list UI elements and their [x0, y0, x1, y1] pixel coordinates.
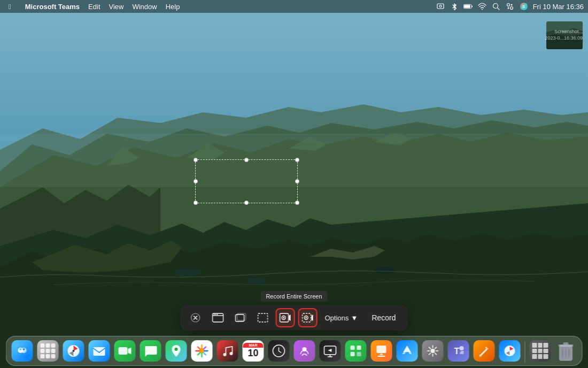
svg-point-13: [507, 7, 509, 9]
svg-point-51: [431, 349, 435, 353]
record-selection-icon: [302, 313, 314, 323]
dock-safari[interactable]: [62, 339, 86, 363]
screen-recording-icon[interactable]: [436, 2, 445, 11]
svg-point-29: [305, 317, 307, 319]
svg-rect-48: [351, 352, 355, 356]
dock-launchpad[interactable]: [36, 339, 60, 363]
record-entire-screen-button[interactable]: [276, 308, 295, 327]
svg-point-20: [217, 314, 218, 315]
handle-bottom-right[interactable]: [295, 201, 299, 205]
svg-point-34: [23, 348, 25, 350]
menu-bar:  Microsoft Teams Edit View Window Help: [0, 0, 588, 13]
dock-system-preferences[interactable]: [421, 339, 445, 363]
svg-text:T: T: [454, 347, 460, 356]
dock-keynote[interactable]: [370, 339, 393, 363]
handle-bottom-left[interactable]: [194, 201, 198, 205]
svg-point-6: [439, 5, 442, 7]
handle-middle-left[interactable]: [194, 179, 198, 183]
app-name[interactable]: Microsoft Teams: [21, 0, 84, 13]
options-button[interactable]: Options ▼: [321, 308, 362, 327]
wifi-icon[interactable]: [477, 2, 487, 11]
svg-rect-37: [94, 347, 105, 356]
handle-top-left[interactable]: [194, 158, 198, 162]
record-button[interactable]: Record: [365, 308, 402, 327]
record-label: Record: [372, 313, 396, 322]
selection-box[interactable]: [195, 159, 298, 203]
dock-mail[interactable]: [88, 339, 111, 363]
toolbar-container: Record Entire Screen: [181, 291, 408, 331]
svg-point-41: [223, 353, 227, 356]
apple-menu[interactable]: : [4, 0, 16, 13]
svg-rect-58: [563, 342, 569, 345]
svg-rect-5: [437, 4, 444, 9]
menu-edit[interactable]: Edit: [84, 0, 104, 13]
svg-rect-46: [351, 346, 355, 350]
menu-window[interactable]: Window: [128, 0, 161, 13]
chevron-down-icon: ▼: [351, 314, 358, 322]
dock-messages[interactable]: [139, 339, 163, 363]
menu-bar-right: S Fri 10 Mar 16:36: [436, 2, 588, 11]
svg-point-14: [510, 4, 512, 6]
screenshot-label: Screenshot... 2023-0...16:36:09: [545, 29, 583, 41]
handle-top-right[interactable]: [295, 158, 299, 162]
dock-maps[interactable]: [165, 339, 188, 363]
svg-point-12: [510, 7, 513, 10]
svg-point-19: [215, 314, 216, 315]
dock-trash[interactable]: [554, 339, 578, 363]
dock: MAR 10: [6, 336, 583, 366]
capture-entire-window-button[interactable]: [208, 308, 228, 327]
close-toolbar-button[interactable]: [186, 308, 205, 327]
selection-icon: [258, 313, 268, 323]
handle-middle-right[interactable]: [295, 179, 299, 183]
handle-bottom-center[interactable]: [244, 201, 249, 205]
dock-appstore[interactable]: [396, 339, 419, 363]
capture-window-2-icon: [235, 313, 246, 323]
battery-icon[interactable]: [463, 2, 473, 11]
svg-point-55: [505, 346, 515, 356]
control-center-icon[interactable]: [505, 2, 515, 11]
bluetooth-icon[interactable]: [450, 2, 459, 11]
svg-point-54: [479, 355, 482, 357]
dock-apps-grid[interactable]: [529, 339, 552, 363]
record-selection-button[interactable]: [298, 308, 318, 327]
handle-top-center[interactable]: [244, 158, 249, 162]
dock-tv[interactable]: [319, 339, 342, 363]
svg-point-33: [20, 348, 22, 350]
record-screen-icon: [280, 313, 291, 323]
capture-window-button[interactable]: [231, 308, 250, 327]
dock-facetime[interactable]: [113, 339, 137, 363]
close-icon: [191, 313, 200, 323]
dock-clock[interactable]: [267, 339, 291, 363]
siri-icon[interactable]: S: [519, 2, 529, 11]
dock-separator: [525, 341, 525, 363]
dock-numbers[interactable]: [344, 339, 368, 363]
svg-rect-47: [357, 346, 361, 350]
svg-rect-23: [258, 313, 268, 322]
options-label: Options: [325, 314, 349, 322]
menu-view[interactable]: View: [105, 0, 128, 13]
dock-music[interactable]: [216, 339, 239, 363]
svg-point-2: [247, 278, 266, 284]
svg-point-53: [460, 346, 464, 350]
svg-point-1: [174, 269, 200, 277]
svg-point-11: [507, 4, 509, 6]
svg-point-18: [214, 314, 215, 315]
svg-point-39: [175, 348, 178, 351]
svg-rect-8: [464, 5, 470, 8]
dock-safari-2[interactable]: [498, 339, 522, 363]
selection-screenshot-button[interactable]: [253, 308, 273, 327]
screenshot-toolbar: Options ▼ Record: [181, 305, 408, 331]
dock-finder[interactable]: [11, 339, 34, 363]
svg-point-36: [73, 350, 75, 352]
svg-point-26: [283, 317, 284, 319]
spotlight-icon[interactable]: [491, 2, 501, 11]
menu-help[interactable]: Help: [161, 0, 184, 13]
dock-podcasts[interactable]: [293, 339, 316, 363]
menu-bar-left:  Microsoft Teams Edit View Window Help: [0, 0, 184, 13]
dock-teams[interactable]: T: [447, 339, 470, 363]
svg-rect-49: [357, 352, 361, 356]
toolbar-tooltip: Record Entire Screen: [260, 291, 327, 302]
dock-calendar[interactable]: MAR 10: [242, 339, 265, 363]
dock-photos[interactable]: [190, 339, 214, 363]
dock-pixelmator[interactable]: [473, 339, 496, 363]
